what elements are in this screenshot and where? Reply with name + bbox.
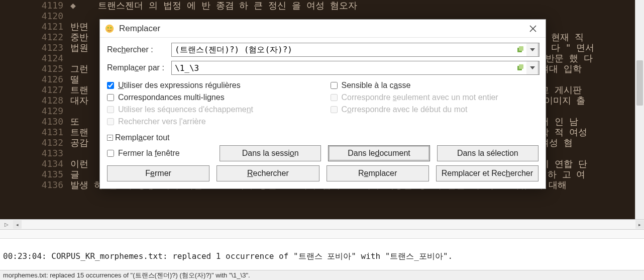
replace-and-search-button[interactable]: Remplacer et Rechercher bbox=[436, 165, 539, 181]
replace-row: Remplacer par : bbox=[107, 61, 539, 75]
horizontal-scrollbar[interactable]: ▷ ◂ ▸ bbox=[0, 219, 644, 230]
search-input[interactable] bbox=[171, 43, 540, 57]
vertical-scrollbar[interactable] bbox=[635, 0, 644, 219]
replace-all-row: Fermer la fenêtre Dans la session Dans l… bbox=[107, 145, 539, 161]
svg-rect-6 bbox=[519, 64, 523, 69]
status-text: morphemes.txt: replaced 15 occurrences o… bbox=[3, 271, 250, 279]
close-button-bottom[interactable]: Fermer bbox=[107, 165, 209, 181]
dialog-title: Remplacer bbox=[119, 24, 524, 34]
replace-all-header[interactable]: − Remplacer tout bbox=[107, 133, 539, 142]
search-row: Rechercher : bbox=[107, 43, 539, 57]
app-icon bbox=[104, 23, 115, 34]
console-output: 00:23:04: CORPUS_KR_morphemes.txt: repla… bbox=[0, 239, 644, 268]
chevron-down-icon bbox=[530, 48, 535, 51]
hscroll-left-button[interactable]: ◂ bbox=[13, 220, 22, 229]
wholeword-checkbox: Correspondre seulement avec un mot entie… bbox=[331, 93, 539, 102]
hscroll-track[interactable] bbox=[22, 220, 635, 229]
in-session-button[interactable]: Dans la session bbox=[220, 145, 321, 161]
multiline-checkbox[interactable]: Correspondances multi-lignes bbox=[107, 93, 315, 102]
collapse-icon[interactable]: − bbox=[107, 135, 113, 141]
history-icon[interactable] bbox=[516, 64, 524, 72]
search-history-dropdown[interactable] bbox=[526, 43, 539, 57]
svg-rect-4 bbox=[519, 46, 523, 51]
wordstart-checkbox: Correspondre avec le début du mot bbox=[331, 105, 539, 114]
search-button[interactable]: Rechercher bbox=[217, 165, 319, 181]
svg-point-1 bbox=[108, 27, 109, 28]
regex-checkbox[interactable]: Utiliser des expressions régulières bbox=[107, 81, 315, 90]
vertical-scrollbar-thumb[interactable] bbox=[636, 60, 643, 106]
svg-point-2 bbox=[110, 27, 112, 28]
status-bar: morphemes.txt: replaced 15 occurrences o… bbox=[0, 270, 644, 280]
chevron-down-icon bbox=[530, 66, 535, 69]
bottom-buttons-row: Fermer Rechercher Remplacer Remplacer et… bbox=[107, 165, 539, 181]
case-checkbox[interactable]: Sensible à la casse bbox=[331, 81, 539, 90]
replace-input[interactable] bbox=[171, 61, 540, 75]
console-separator[interactable] bbox=[0, 230, 644, 239]
replace-dialog: Remplacer Rechercher : Remplacer par : bbox=[99, 19, 546, 189]
dialog-titlebar[interactable]: Remplacer bbox=[100, 20, 546, 38]
line-number-gutter: 4119412041214122412341244125412641274128… bbox=[0, 0, 70, 219]
replace-button[interactable]: Remplacer bbox=[327, 165, 429, 181]
close-icon bbox=[529, 25, 536, 32]
replace-history-dropdown[interactable] bbox=[526, 61, 539, 75]
dialog-body: Rechercher : Remplacer par : bbox=[100, 38, 546, 189]
escape-checkbox: Utiliser les séquences d'échappement bbox=[107, 105, 315, 114]
in-selection-button[interactable]: Dans la sélection bbox=[437, 145, 539, 161]
options-grid: Utiliser des expressions régulières Sens… bbox=[107, 81, 539, 126]
replace-label: Remplacer par : bbox=[107, 63, 171, 72]
hscroll-right-button[interactable]: ▸ bbox=[635, 220, 644, 229]
history-icon[interactable] bbox=[516, 46, 524, 54]
tabbar-prev-icon[interactable]: ▷ bbox=[0, 220, 13, 229]
close-window-checkbox[interactable]: Fermer la fenêtre bbox=[107, 149, 212, 158]
console-line: 00:23:04: CORPUS_KR_morphemes.txt: repla… bbox=[3, 251, 641, 262]
svg-point-0 bbox=[105, 24, 114, 33]
search-label: Rechercher : bbox=[107, 45, 171, 54]
in-document-button[interactable]: Dans le document bbox=[328, 145, 430, 161]
close-button[interactable] bbox=[524, 22, 542, 36]
backward-checkbox: Rechercher vers l'arrière bbox=[107, 117, 315, 126]
